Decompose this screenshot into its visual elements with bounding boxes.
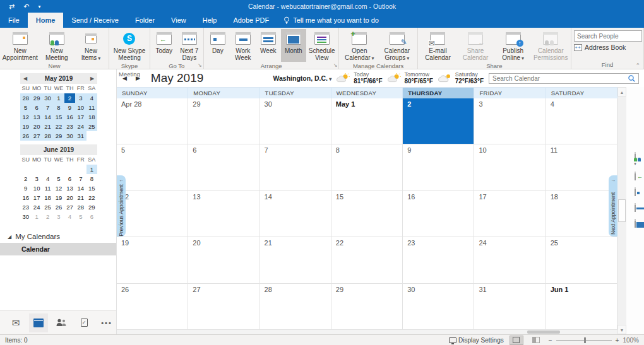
new-items-button[interactable]: New Items	[75, 29, 107, 62]
search-people-box[interactable]	[574, 30, 642, 42]
day-cell[interactable]: 20	[188, 237, 259, 283]
collapse-ribbon-icon[interactable]: ⌃	[635, 62, 640, 69]
mini-calendar-day[interactable]: 3	[31, 174, 42, 184]
day-view-shortcut-icon[interactable]	[635, 188, 636, 196]
mini-calendar-day[interactable]: 10	[75, 103, 86, 112]
day-cell[interactable]: 14	[260, 191, 331, 237]
mini-calendar-day[interactable]: 21	[75, 193, 86, 202]
mini-calendar-day[interactable]: 26	[53, 202, 64, 212]
mini-calendar-day[interactable]: 1	[31, 212, 42, 221]
mini-calendar-day[interactable]: 7	[42, 103, 53, 112]
tell-me-box[interactable]: Tell me what you want to do	[277, 13, 385, 28]
mini-calendar-day[interactable]: 4	[64, 212, 75, 221]
nav-tasks-button[interactable]	[75, 313, 93, 332]
mini-calendar-day[interactable]: 24	[31, 202, 42, 212]
day-cell[interactable]: 3	[474, 98, 546, 144]
previous-appointment-tab[interactable]: ← Previous Appointment	[117, 175, 126, 237]
next-7-days-button[interactable]: Next 7 Days	[177, 29, 202, 62]
mini-calendar-day[interactable]: 20	[31, 122, 42, 131]
normal-view-button[interactable]	[510, 336, 523, 345]
day-cell[interactable]: 31	[474, 284, 546, 330]
day-cell[interactable]: 16	[403, 191, 474, 237]
my-calendars-header[interactable]: ◢ My Calendars	[0, 230, 116, 243]
horizontal-scrollbar-thumb[interactable]	[527, 330, 560, 334]
mini-calendar-day[interactable]: 7	[75, 174, 86, 184]
week-view-button[interactable]: Week	[256, 29, 281, 62]
display-settings-button[interactable]: Display Settings	[449, 337, 504, 344]
weather-today[interactable]: Today 81°F/66°F	[337, 72, 382, 85]
mini-calendar-day[interactable]: 29	[53, 131, 64, 141]
mini-calendar-day[interactable]: 6	[86, 212, 97, 221]
mini-calendar-day[interactable]: 3	[75, 93, 86, 103]
mini-calendar-day[interactable]: 31	[75, 131, 86, 141]
day-cell[interactable]: 22	[331, 237, 403, 283]
go-to-dialog-launcher-icon[interactable]: ↘	[198, 62, 202, 68]
mini-calendar-day[interactable]: 25	[86, 122, 97, 131]
send-receive-icon[interactable]: ⇄	[9, 3, 15, 11]
mini-calendar-day[interactable]: 24	[75, 122, 86, 131]
mini-calendar-day[interactable]: 27	[31, 131, 42, 141]
day-cell[interactable]: 21	[260, 237, 331, 283]
nav-mail-button[interactable]: ✉	[6, 313, 25, 332]
zoom-in-button[interactable]: +	[616, 337, 619, 344]
zoom-slider[interactable]	[556, 340, 612, 341]
day-cell[interactable]: 15	[331, 191, 403, 237]
mini-calendar-day[interactable]: 6	[64, 174, 75, 184]
mini-calendar-day[interactable]: 1	[86, 165, 97, 174]
mini-calendar-day[interactable]: 5	[53, 174, 64, 184]
new-meeting-button[interactable]: New Meeting	[39, 29, 75, 62]
mini-calendar-day[interactable]: 30	[64, 131, 75, 141]
mini-calendar-day[interactable]: 10	[31, 184, 42, 193]
meeting-shortcut-icon[interactable]	[635, 153, 636, 160]
vertical-scrollbar[interactable]: ▲ ▼	[617, 87, 626, 334]
email-calendar-button[interactable]: E-mail Calendar	[419, 29, 457, 62]
zoom-out-button[interactable]: −	[549, 337, 552, 344]
mini-calendar-day[interactable]: 27	[64, 202, 75, 212]
search-calendar-input[interactable]	[489, 75, 627, 82]
scroll-up-icon[interactable]: ▲	[617, 87, 626, 96]
day-cell[interactable]: May 1	[331, 98, 403, 144]
mini-calendar-day[interactable]: 14	[75, 184, 86, 193]
work-week-view-button[interactable]: Work Week	[230, 29, 256, 62]
mini-calendar-day[interactable]: 15	[86, 184, 97, 193]
tab-send-receive[interactable]: Send / Receive	[63, 13, 127, 28]
mini-calendar-day[interactable]: 8	[53, 103, 64, 112]
day-cell[interactable]: 29	[188, 98, 259, 144]
tab-home[interactable]: Home	[28, 13, 64, 28]
nav-calendar-button[interactable]	[29, 313, 48, 332]
horizontal-scrollbar[interactable]	[117, 330, 617, 334]
nav-people-button[interactable]	[52, 313, 71, 332]
tab-help[interactable]: Help	[194, 13, 225, 28]
mini-calendar-day[interactable]: 29	[31, 93, 42, 103]
day-cell[interactable]: 18	[546, 191, 617, 237]
mini-calendar-day[interactable]: 13	[31, 112, 42, 122]
mini-calendar-day[interactable]: 9	[20, 184, 31, 193]
new-appointment-button[interactable]: New Appointment	[1, 29, 39, 62]
open-calendar-button[interactable]: Open Calendar	[340, 29, 378, 62]
mini-calendar-day[interactable]: 28	[20, 93, 31, 103]
tab-folder[interactable]: Folder	[127, 13, 163, 28]
mini-calendar-day[interactable]: 17	[75, 112, 86, 122]
tab-file[interactable]: File	[0, 13, 28, 28]
day-cell[interactable]: Jun 1	[546, 284, 617, 330]
day-cell[interactable]: 26	[117, 284, 188, 330]
next-appointment-tab[interactable]: → Next Appointment	[609, 175, 617, 237]
mini-calendar-day[interactable]: 28	[75, 202, 86, 212]
day-cell[interactable]: 23	[403, 237, 474, 283]
mini-calendar-day[interactable]: 2	[42, 212, 53, 221]
mini-calendar-day[interactable]: 17	[31, 193, 42, 202]
mini-calendar-day[interactable]: 4	[42, 174, 53, 184]
schedule-view-button[interactable]: Schedule View	[306, 29, 338, 62]
mini-calendar-day[interactable]: 30	[20, 212, 31, 221]
search-calendar-box[interactable]	[489, 73, 639, 84]
day-cell[interactable]: 12	[117, 191, 188, 237]
mini-calendar-day[interactable]: 16	[20, 193, 31, 202]
mini-calendar-day[interactable]: 1	[53, 93, 64, 103]
month-view-button[interactable]: Month	[281, 29, 306, 62]
mini-calendar-day[interactable]: 21	[42, 122, 53, 131]
mini-calendar-day[interactable]: 23	[20, 202, 31, 212]
day-cell[interactable]: Apr 28	[117, 98, 188, 144]
week-view-shortcut-icon[interactable]	[635, 204, 636, 211]
mini-calendar-day[interactable]: 8	[86, 174, 97, 184]
reading-view-button[interactable]	[529, 336, 543, 345]
